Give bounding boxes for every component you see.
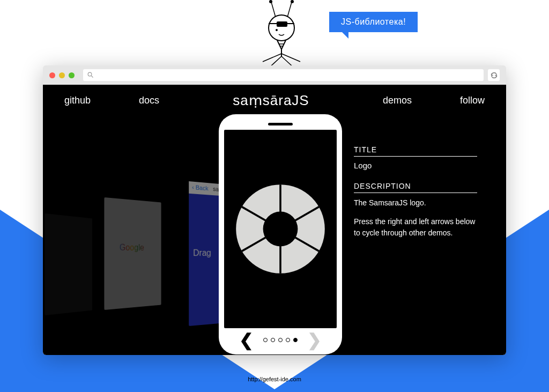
refresh-icon [491, 72, 498, 79]
prev-arrow-button[interactable]: ❮ [239, 331, 254, 349]
footer-link[interactable]: http://gefest-ide.com [0, 376, 549, 382]
carousel-dot[interactable] [286, 338, 290, 342]
robot-mascot-icon [247, 0, 316, 70]
info-desc-text-1: The SamsaraJS logo. [354, 197, 477, 209]
carousel-card-1[interactable] [44, 213, 92, 315]
search-icon [87, 72, 94, 78]
browser-window: github docs saṃsāraJS demos follow ‹ Bac… [43, 65, 506, 355]
carousel-card-2[interactable] [104, 197, 161, 310]
phone-screen [224, 130, 337, 328]
traffic-lights [49, 72, 75, 78]
carousel-dot-active[interactable] [293, 338, 298, 342]
info-desc-text-2: Press the right and left arrows below to… [354, 216, 477, 239]
samsara-logo-icon [232, 181, 329, 277]
minimize-window-icon[interactable] [59, 72, 65, 78]
carousel-dot[interactable] [263, 338, 268, 342]
info-title-label: TITLE [354, 145, 477, 157]
maximize-window-icon[interactable] [69, 72, 75, 78]
nav-follow[interactable]: follow [460, 95, 485, 106]
browser-chrome [43, 65, 506, 85]
svg-point-10 [88, 72, 92, 76]
carousel-dot[interactable] [278, 338, 283, 342]
refresh-button[interactable] [488, 69, 500, 81]
carousel-dots [263, 338, 298, 342]
drag-label: Drag [193, 248, 211, 258]
svg-rect-5 [277, 21, 287, 27]
nav-github[interactable]: github [64, 95, 91, 106]
speech-bubble: JS-библиотека! [329, 12, 418, 32]
phone-speaker-icon [268, 123, 293, 125]
info-title-value: Logo [354, 161, 477, 170]
svg-line-11 [92, 76, 93, 78]
demo-stage: ‹ Back sam Drag [43, 114, 506, 350]
svg-point-4 [269, 15, 294, 41]
nav-demos[interactable]: demos [383, 95, 412, 106]
svg-point-1 [269, 0, 272, 3]
speech-bubble-text: JS-библиотека! [341, 17, 406, 26]
nav-docs[interactable]: docs [139, 95, 159, 106]
next-arrow-button[interactable]: ❯ [307, 331, 322, 349]
svg-line-0 [271, 2, 276, 17]
carousel-controls: ❮ ❯ [224, 331, 337, 349]
info-panel: TITLE Logo DESCRIPTION The SamsaraJS log… [354, 145, 477, 246]
browser-viewport: github docs saṃsāraJS demos follow ‹ Bac… [43, 85, 506, 355]
svg-point-19 [263, 212, 298, 247]
back-label: ‹ Back [192, 184, 208, 192]
nav-logo: saṃsāraJS [233, 92, 309, 109]
info-desc-label: DESCRIPTION [354, 182, 477, 193]
top-nav: github docs saṃsāraJS demos follow [43, 85, 506, 114]
svg-point-3 [291, 0, 294, 3]
close-window-icon[interactable] [49, 72, 55, 78]
url-bar[interactable] [83, 69, 484, 81]
carousel-dot[interactable] [271, 338, 275, 342]
svg-line-2 [287, 2, 292, 17]
svg-point-8 [276, 29, 278, 31]
phone-mockup: ❮ ❯ [219, 114, 342, 354]
